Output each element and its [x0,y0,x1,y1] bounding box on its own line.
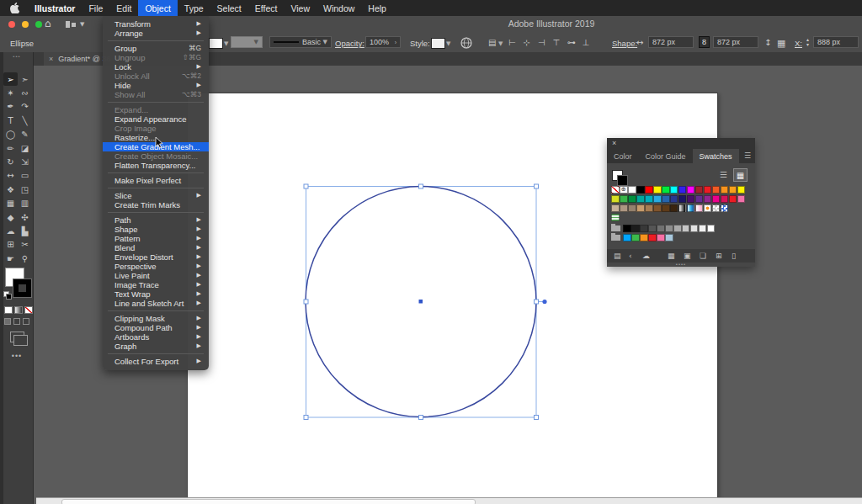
swatch[interactable] [707,225,716,232]
swatch[interactable] [699,225,707,232]
gradient-button[interactable] [14,306,23,314]
ellipse-tool-icon[interactable]: ◯ [3,128,18,141]
swatch[interactable] [678,195,687,203]
swatch[interactable] [636,195,645,203]
column-graph-tool-icon[interactable]: ▙ [18,224,32,237]
zoom-window-button[interactable] [35,21,42,28]
pen-tool-icon[interactable]: ✒ [3,100,18,114]
swatch[interactable] [620,204,628,212]
swatch[interactable] [657,234,665,241]
swatch[interactable] [721,186,729,194]
swatch[interactable] [687,186,695,194]
swatch[interactable] [628,195,636,203]
stroke-color-well[interactable] [13,279,32,298]
brush-definition-select[interactable]: Basic ▼ [269,36,332,48]
swatch[interactable] [662,204,670,212]
edit-toolbar-button[interactable]: ••• [0,352,34,360]
swatch[interactable] [712,195,721,203]
swatch[interactable] [678,204,687,212]
eyedropper-tool-icon[interactable]: ◆ [3,210,18,224]
align-top-icon[interactable]: ⊤ [553,38,561,47]
swatch-share-icon[interactable]: ‹ [629,252,632,260]
artboard-tool-icon[interactable]: ⊞ [3,238,18,252]
color-group-folder-icon[interactable] [611,235,620,241]
x-position-field[interactable]: 888 px [813,36,859,48]
opacity-link[interactable]: Opacity: [335,39,364,48]
panel-menu-icon[interactable]: ☰ [744,151,751,160]
workspace-switcher[interactable]: ▼ [66,21,84,28]
align-right-icon[interactable]: ⊣ [538,38,545,47]
apple-menu[interactable] [0,3,28,13]
fill-swatch[interactable] [209,38,223,49]
tab-color[interactable]: Color [607,149,639,163]
swatch[interactable] [721,204,729,212]
menu-item-graph[interactable]: Graph▶ [103,342,209,351]
swatch[interactable] [628,204,636,212]
shape-link[interactable]: Shape: [612,39,637,48]
swatch[interactable] [682,225,690,232]
minimize-window-button[interactable] [22,21,29,28]
width-tool-icon[interactable]: ↔ [3,169,18,183]
menubar-item-select[interactable]: Select [210,0,248,16]
swatch[interactable] [704,195,712,203]
swatch[interactable] [670,195,678,203]
type-tool-icon[interactable]: T [3,114,18,127]
default-fill-stroke-icon[interactable] [3,291,11,299]
align-h-center-icon[interactable]: ⊹ [524,38,530,47]
menu-item-arrange[interactable]: Arrange▶ [103,29,209,38]
perspective-grid-tool-icon[interactable]: ◳ [18,183,32,196]
swatch[interactable] [645,186,653,194]
eraser-tool-icon[interactable]: ◪ [18,141,32,155]
menubar-item-edit[interactable]: Edit [109,0,138,16]
swatch[interactable] [737,195,746,203]
swatch[interactable] [678,186,687,194]
swatch[interactable] [631,225,640,232]
swatch[interactable] [631,234,640,241]
mesh-tool-icon[interactable]: ▦ [3,197,18,210]
swatch[interactable] [648,234,657,241]
swatch[interactable] [712,204,721,212]
blend-tool-icon[interactable]: ✣ [18,210,32,224]
swatch[interactable] [653,186,662,194]
swatch[interactable] [687,195,695,203]
menu-item-text-wrap[interactable]: Text Wrap▶ [103,289,209,299]
swatch[interactable] [670,204,678,212]
swatch[interactable] [695,195,704,203]
gradient-tool-icon[interactable]: ▥ [18,197,32,210]
transform-reference-grid-icon[interactable]: ▦ [777,38,785,49]
swatch[interactable] [665,225,673,232]
slice-tool-icon[interactable]: ✂ [18,238,32,252]
curvature-tool-icon[interactable]: ↷ [18,100,32,114]
swatch[interactable] [640,225,648,232]
menu-item-group[interactable]: Group⌘G [103,44,209,53]
swatch[interactable] [657,225,665,232]
swatch[interactable] [653,195,662,203]
hand-tool-icon[interactable]: ☛ [3,252,18,265]
menu-item-shape[interactable]: Shape▶ [103,225,209,234]
swatch[interactable] [729,186,737,194]
swatch[interactable] [640,234,648,241]
screen-mode-button[interactable] [10,332,24,342]
symbol-sprayer-tool-icon[interactable]: ☁ [3,224,18,237]
grid-view-icon[interactable]: ▦ [733,168,748,182]
new-color-group-icon[interactable]: ❏ [700,252,706,260]
swatch[interactable] [645,195,653,203]
menubar-item-view[interactable]: View [284,0,317,16]
close-window-button[interactable] [8,21,15,28]
menu-item-path[interactable]: Path▶ [103,215,209,225]
stroke-swatch[interactable] [617,175,628,186]
panel-resize-handle[interactable]: •••• [607,262,755,267]
menubar-item-file[interactable]: File [82,0,109,16]
swatch[interactable] [623,234,631,241]
swatch[interactable] [721,195,729,203]
horizontal-scrollbar[interactable] [36,497,862,504]
menubar-item-object[interactable]: Object [138,0,177,16]
swatch[interactable] [737,186,746,194]
width-profile-select[interactable]: ▼ [231,36,263,48]
swatch[interactable] [695,204,704,212]
menubar-item-window[interactable]: Window [317,0,361,16]
swatch[interactable] [695,186,704,194]
document-setup-globe-icon[interactable] [460,37,472,49]
chevron-down-icon[interactable]: ▼ [498,40,503,47]
draw-inside-button[interactable] [23,318,29,325]
